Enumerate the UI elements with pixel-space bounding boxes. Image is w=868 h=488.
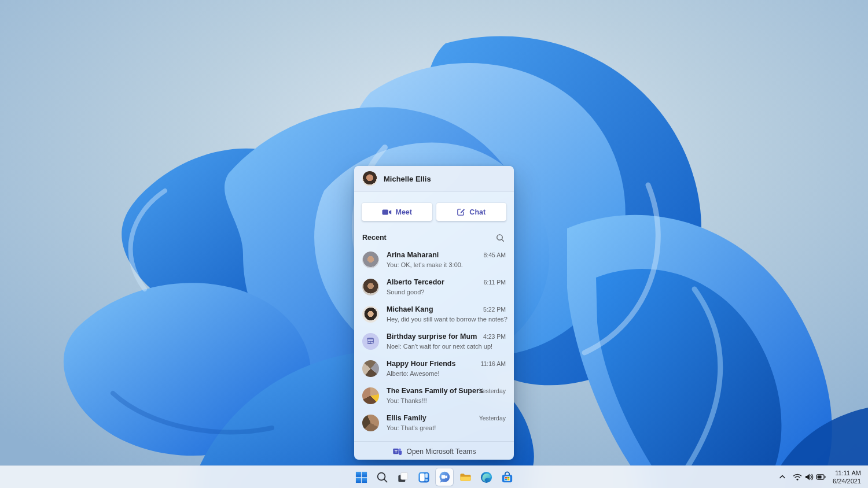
taskbar-search-button[interactable] (373, 468, 391, 486)
chat-name: Michael Kang (387, 305, 476, 315)
chat-list-item[interactable]: Happy Hour Friends Alberto: Awesome! 11:… (354, 355, 514, 382)
taskbar-center-icons (352, 466, 516, 488)
search-icon (496, 234, 505, 242)
chat-preview: You: OK, let's make it 3:00. (387, 261, 463, 269)
avatar (362, 279, 379, 295)
chat-list-item[interactable]: The Evans Family of Supers You: Thanks!!… (354, 382, 514, 409)
start-button[interactable] (352, 468, 370, 486)
chevron-up-icon (778, 473, 786, 481)
chat-name: Birthday surprise for Mum (387, 332, 476, 342)
chat-list-item[interactable]: Arina Maharani You: OK, let's make it 3:… (354, 246, 514, 273)
taskbar: 11:11 AM 6/24/2021 (0, 465, 868, 488)
avatar (362, 387, 379, 404)
chat-bubble-camera-icon (437, 470, 451, 484)
flyout-header: Michelle Ellis (354, 166, 514, 192)
chat-list-item[interactable]: Birthday surprise for Mum Noel: Can't wa… (354, 328, 514, 355)
chat-name: The Evans Family of Supers (387, 387, 476, 396)
recent-header-row: Recent (354, 233, 514, 242)
chat-time: 5:22 PM (483, 306, 506, 313)
avatar (362, 252, 379, 268)
chat-time: Yesterday (479, 387, 506, 394)
edge-button[interactable] (477, 468, 495, 486)
chat-list-item[interactable]: Michael Kang Hey, did you still want to … (354, 301, 514, 328)
chat-list-item[interactable]: Ellis Family You: That's great! Yesterda… (354, 409, 514, 437)
avatar (362, 360, 379, 377)
flyout-footer: Open Microsoft Teams (354, 441, 514, 460)
user-name: Michelle Ellis (384, 175, 431, 183)
teams-logo-icon (392, 446, 402, 456)
chat-name: Ellis Family (387, 414, 436, 423)
chat-list: Arina Maharani You: OK, let's make it 3:… (354, 246, 514, 437)
chat-button[interactable]: Chat (436, 203, 507, 221)
avatar (362, 333, 379, 350)
chat-preview: Sound good? (387, 288, 444, 296)
windows-logo-icon (355, 471, 368, 484)
quick-actions: Meet Chat (354, 192, 514, 221)
microsoft-store-button[interactable] (498, 468, 516, 486)
task-view-button[interactable] (394, 468, 411, 486)
meet-button[interactable]: Meet (362, 203, 432, 221)
chat-name: Alberto Tercedor (387, 278, 444, 287)
chat-preview: You: That's great! (387, 424, 436, 432)
store-bag-icon (501, 471, 514, 484)
task-view-icon (396, 471, 410, 484)
chat-text-block: Arina Maharani You: OK, let's make it 3:… (387, 251, 493, 269)
avatar (362, 306, 379, 323)
chat-text-block: Alberto Tercedor Sound good? (387, 278, 475, 296)
search-icon (376, 471, 389, 484)
network-volume-battery-button[interactable] (790, 468, 829, 486)
chat-preview: Hey, did you still want to borrow the no… (387, 315, 476, 323)
chat-time: 11:16 AM (480, 360, 506, 367)
chat-text-block: Ellis Family You: That's great! (387, 414, 466, 432)
avatar (362, 415, 379, 431)
video-camera-icon (382, 208, 392, 216)
edge-icon (480, 471, 493, 484)
chat-name: Happy Hour Friends (387, 360, 455, 369)
tray-chevron-button[interactable] (775, 468, 789, 486)
chat-name: Arina Maharani (387, 251, 463, 260)
compose-icon (457, 208, 465, 216)
meet-button-label: Meet (396, 208, 412, 216)
widgets-icon (417, 471, 431, 484)
folder-icon (459, 471, 472, 484)
volume-icon (804, 472, 814, 482)
open-teams-button[interactable]: Open Microsoft Teams (389, 446, 480, 457)
chat-text-block: Happy Hour Friends Alberto: Awesome! (387, 360, 486, 378)
chat-button-label: Chat (469, 208, 486, 216)
chat-time: 6:11 PM (484, 279, 506, 286)
desktop: Michelle Ellis Meet Chat Recent (0, 0, 868, 488)
chat-preview: Alberto: Awesome! (387, 369, 455, 378)
system-tray: 11:11 AM 6/24/2021 (775, 466, 865, 488)
chat-list-item[interactable]: Alberto Tercedor Sound good? 6:11 PM (354, 273, 514, 301)
search-button[interactable] (495, 232, 506, 243)
widgets-button[interactable] (415, 468, 432, 486)
chat-preview: You: Thanks!!! (387, 397, 476, 405)
teams-chat-button[interactable] (436, 468, 453, 486)
clock-date: 6/24/2021 (833, 477, 861, 485)
clock[interactable]: 11:11 AM 6/24/2021 (829, 468, 865, 486)
chat-preview: Noel: Can't wait for our next catch up! (387, 342, 476, 350)
recent-heading: Recent (362, 234, 387, 242)
open-teams-label: Open Microsoft Teams (407, 448, 476, 456)
battery-icon (816, 474, 826, 480)
chat-time: Yesterday (479, 415, 506, 422)
chat-time: 4:23 PM (483, 333, 506, 340)
file-explorer-button[interactable] (457, 468, 474, 486)
teams-chat-flyout: Michelle Ellis Meet Chat Recent (354, 166, 514, 460)
chat-time: 8:45 AM (483, 252, 506, 258)
user-avatar[interactable] (362, 171, 377, 186)
clock-time: 11:11 AM (833, 469, 861, 477)
wifi-icon (793, 472, 802, 482)
